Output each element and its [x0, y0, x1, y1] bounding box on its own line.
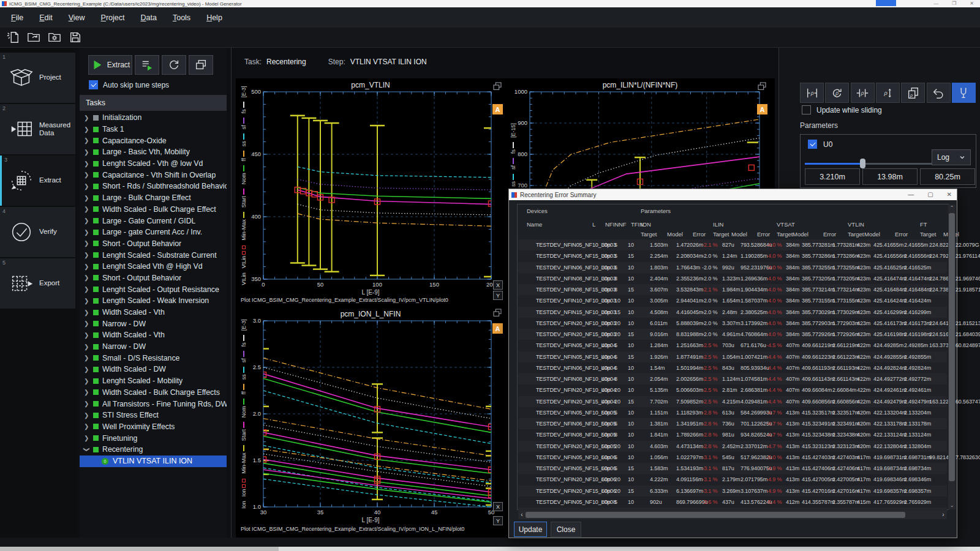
chevron-right-icon[interactable]: ❯ — [84, 366, 89, 373]
chevron-right-icon[interactable]: ❯ — [84, 263, 89, 270]
chevron-right-icon[interactable]: ❯ — [84, 354, 89, 361]
x-axis-button[interactable]: X — [493, 280, 503, 290]
plot-restore-button[interactable] — [492, 308, 503, 318]
minimize-button[interactable]: — — [908, 189, 914, 200]
workflow-step-measured-data[interactable]: 2Measured Data — [0, 104, 75, 154]
chevron-right-icon[interactable]: ❯ — [84, 400, 89, 407]
table-row[interactable]: TESTDEV_NFIN06_NF10_L0p0550n6101.381m1.3… — [518, 418, 947, 429]
update-while-sliding-row[interactable]: Update while sliding — [802, 105, 882, 114]
chevron-right-icon[interactable]: ❯ — [84, 137, 89, 144]
table-row[interactable]: TESTDEV_NFIN05_NF10_L0p0880n510902u869.7… — [518, 497, 947, 508]
cascade-button[interactable] — [189, 55, 213, 75]
undo-button[interactable] — [927, 83, 951, 103]
task-item[interactable]: ❯Width Scaled - DW — [80, 364, 227, 375]
chevron-right-icon[interactable]: ❯ — [84, 206, 89, 212]
project-settings-button[interactable] — [47, 29, 62, 45]
param-copy-button[interactable]: ρ — [901, 83, 925, 103]
table-row[interactable]: TESTDEV_NFIN10_NF10_L0p0330n10103.005m2.… — [518, 295, 947, 306]
task-item[interactable]: ❯Short - Output Behavior — [80, 272, 227, 284]
param-updown-button[interactable]: ρ — [876, 83, 900, 103]
task-item[interactable]: ❯STI Stress Effect — [80, 410, 227, 421]
vertical-scroll-thumb[interactable] — [949, 213, 955, 481]
close-button[interactable]: ✕ — [970, 0, 974, 7]
chevron-right-icon[interactable]: ❯ — [84, 126, 89, 133]
chevron-right-icon[interactable]: ❯ — [84, 423, 89, 430]
u0-min-field[interactable]: 3.210m — [805, 168, 860, 185]
table-row[interactable]: TESTDEV_NFIN08_NF10_L0p0440n8102.054m2.0… — [518, 373, 947, 384]
save-button[interactable] — [67, 29, 83, 45]
autoscale-button[interactable]: A — [757, 104, 767, 114]
scroll-up-icon[interactable]: ⌃ — [948, 204, 956, 212]
chevron-right-icon[interactable]: ❯ — [84, 183, 89, 190]
chevron-right-icon[interactable]: ❯ — [84, 378, 89, 384]
maximize-button[interactable]: ▢ — [927, 189, 933, 200]
new-project-button[interactable] — [5, 29, 21, 45]
table-row[interactable]: TESTDEV_NFIN06_NF10_L0p0330n6101.803m1.7… — [518, 262, 947, 273]
menu-project[interactable]: Project — [93, 13, 133, 22]
table-row[interactable]: TESTDEV_NFIN05_NF10_L0p0550n5101.151m1.1… — [518, 407, 947, 418]
chevron-right-icon[interactable]: ❯ — [84, 309, 89, 316]
menu-data[interactable]: Data — [133, 13, 165, 22]
scroll-down-icon[interactable]: ⌄ — [948, 502, 956, 509]
chevron-down-icon[interactable]: ❯ — [83, 447, 90, 452]
open-project-button[interactable] — [26, 29, 42, 45]
autoscale-button[interactable]: A — [492, 104, 503, 114]
chevron-right-icon[interactable]: ❯ — [84, 435, 89, 441]
table-row[interactable]: TESTDEV_NFIN20_NF15_L0p0660n20156.333m6.… — [518, 485, 947, 497]
y-axis-button[interactable]: Y — [493, 291, 503, 300]
chevron-right-icon[interactable]: ❯ — [84, 389, 89, 395]
task-item[interactable]: ❯Small - D/S Resistance — [80, 352, 227, 364]
table-row[interactable]: TESTDEV_NFIN20_NF15_L0p0330n20159.016m8.… — [518, 329, 947, 340]
chevron-right-icon[interactable]: ❯ — [84, 343, 89, 350]
plot-canvas-pcm_ION_L_NFIN[interactable]: 30354045501.01.52.02.53.0 — [236, 305, 505, 539]
auto-skip-row[interactable]: Auto skip tune steps — [89, 80, 169, 89]
workflow-step-export[interactable]: 5Export — [0, 258, 75, 309]
task-item[interactable]: ❯Capacitance-Oxide — [80, 135, 227, 146]
u0-value-field[interactable]: 13.98m — [862, 168, 918, 185]
update-button[interactable]: Update — [514, 522, 547, 537]
horizontal-scrollbar[interactable]: ‹ › — [518, 511, 947, 519]
task-item[interactable]: ❯Width Scaled - Bulk Charge Effect — [80, 204, 227, 216]
task-item[interactable]: ❯Capacitance - Vth Shift in Overlap — [80, 169, 227, 181]
table-row[interactable]: TESTDEV_NFIN05_NF15_L0p0330n5152.254m2.2… — [518, 250, 947, 261]
task-item[interactable]: ❯Large - Bulk Charge Effect — [80, 192, 227, 204]
scale-dropdown[interactable]: Log — [932, 149, 971, 165]
task-item[interactable]: ❯Large - Gate Current / GIDL — [80, 215, 227, 227]
run-list-button[interactable] — [135, 55, 159, 75]
scroll-right-icon[interactable]: › — [940, 511, 947, 519]
table-row[interactable]: TESTDEV_NFIN05_NF10_L0p0660n5101.056m1.0… — [518, 452, 947, 463]
task-item[interactable]: ❯Width Scaled - Vth — [80, 329, 227, 341]
table-row[interactable]: TESTDEV_NFIN20_NF10_L0p0550n20104.603m4.… — [518, 441, 947, 452]
chevron-right-icon[interactable]: ❯ — [84, 298, 89, 304]
chevron-right-icon[interactable]: ❯ — [84, 171, 89, 178]
task-item[interactable]: ❯Narrow - DW — [80, 318, 227, 329]
task-item[interactable]: ❯Width Scaled - Bulk Charge Effects — [80, 387, 227, 399]
menu-edit[interactable]: Edit — [31, 13, 61, 22]
task-item[interactable]: ❯Lenght Scaled - Substrate Current — [80, 249, 227, 261]
menu-help[interactable]: Help — [198, 13, 230, 22]
autoscale-button[interactable]: A — [492, 323, 503, 334]
plot-restore-button[interactable] — [756, 81, 767, 91]
chevron-right-icon[interactable]: ❯ — [84, 114, 89, 121]
restore-button[interactable]: ❐ — [952, 0, 956, 7]
task-item[interactable]: ❯Lenght Scaled - Mobility — [80, 375, 227, 387]
close-button[interactable]: Close — [551, 522, 581, 537]
table-row[interactable]: TESTDEV_NFIN20_NF10_L0p0440n20105.135m5.… — [518, 384, 947, 395]
error-window-titlebar[interactable]: Recentering Error Summary — ▢ ✕ — [509, 189, 957, 200]
menu-file[interactable]: File — [3, 13, 31, 22]
task-item[interactable]: ❯Lenght Scaled - Output Resistance — [80, 283, 227, 295]
extract-run-button[interactable]: Extract — [88, 55, 132, 75]
refresh-button[interactable] — [162, 55, 186, 75]
u0-slider-handle[interactable] — [860, 159, 865, 168]
task-item[interactable]: ❯Initialization — [80, 112, 227, 124]
param-range-button[interactable]: ρ — [851, 83, 875, 103]
task-item[interactable]: ❯Well Proximity Effects — [80, 421, 227, 433]
task-item[interactable]: ❯Large - gate Current Acc / Inv. — [80, 227, 227, 238]
chevron-right-icon[interactable]: ❯ — [84, 320, 89, 327]
menu-view[interactable]: View — [61, 13, 93, 22]
chevron-right-icon[interactable]: ❯ — [84, 195, 89, 201]
workflow-step-project[interactable]: 1Project — [0, 53, 75, 103]
param-bounds-button[interactable]: ρ — [800, 83, 824, 103]
task-item[interactable]: ❯Finetuning — [80, 432, 227, 444]
u0-max-field[interactable]: 80.25m — [920, 168, 975, 185]
